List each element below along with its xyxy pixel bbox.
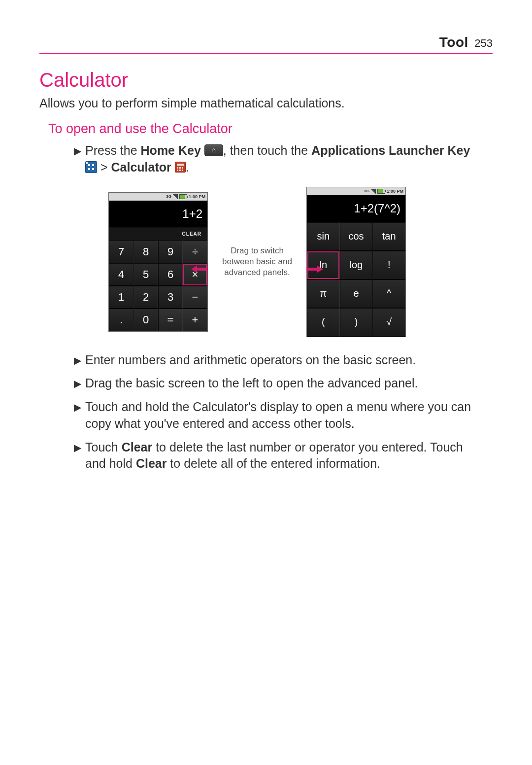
instruction-item: ▶ Drag the basic screen to the left to o…: [74, 375, 478, 392]
key-5: 5: [133, 263, 158, 286]
key-8: 8: [133, 241, 158, 263]
key-fact: !: [372, 251, 405, 279]
calc-display-adv: 1+2(7^2): [307, 195, 405, 222]
key-3: 3: [158, 286, 183, 309]
drag-note-l1: Drag to switch: [208, 245, 306, 256]
network-3g-icon: 3G: [166, 194, 171, 199]
key-log: log: [340, 251, 373, 279]
txt-frag: .: [186, 160, 189, 174]
keypad-advanced: sin cos tan ln log ! π e ^ ( ) √: [307, 222, 405, 337]
key-lparen: (: [307, 308, 340, 337]
key-pi: π: [307, 279, 340, 308]
txt-frag: to delete all of the entered information…: [166, 456, 380, 470]
status-bar: 3G 1:00 PM: [109, 193, 207, 201]
key-1: 1: [109, 286, 133, 309]
instruction-item: ▶ Enter numbers and arithmetic operators…: [74, 352, 478, 369]
bullet-arrow-icon: ▶: [74, 377, 81, 394]
key-dot: .: [109, 309, 133, 331]
key-cos: cos: [340, 222, 373, 251]
instruction-clear-text: Touch Clear to delete the last number or…: [85, 439, 478, 473]
instruction-text: Touch and hold the Calculator's display …: [85, 399, 478, 432]
battery-icon: [377, 189, 385, 194]
subheading: To open and use the Calculator: [48, 121, 493, 137]
network-3g-icon: 3G: [364, 189, 369, 194]
clear-button: CLEAR: [182, 231, 201, 237]
keypad-basic: 7 8 9 ÷ 4 5 6 × 1 2 3 − . 0 = +: [109, 241, 207, 331]
drag-note-l3: advanced panels.: [208, 267, 306, 278]
key-e: e: [340, 279, 373, 308]
status-bar: 3G 1:00 PM: [307, 187, 405, 195]
calculator-icon: [175, 162, 186, 173]
apps-grid-icon: [85, 161, 97, 173]
key-plus: +: [183, 309, 207, 331]
screenshot-advanced: 3G 1:00 PM 1+2(7^2) sin cos tan ln log !…: [306, 187, 406, 337]
key-4: 4: [109, 263, 133, 286]
key-9: 9: [158, 241, 183, 263]
instruction-text: Drag the basic screen to the left to ope…: [85, 375, 478, 392]
clear-label: Clear: [136, 456, 167, 470]
key-ln: ln: [307, 251, 340, 279]
calculator-label: Calculator: [111, 160, 171, 174]
battery-icon: [179, 194, 187, 199]
key-7: 7: [109, 241, 133, 263]
key-0: 0: [133, 309, 158, 331]
bullet-arrow-icon: ▶: [74, 354, 81, 371]
clear-label: Clear: [122, 440, 153, 454]
page-number: 253: [474, 37, 493, 49]
clear-row: CLEAR: [109, 228, 207, 241]
screenshot-row: 3G 1:00 PM 1+2 CLEAR 7 8 9 ÷ 4 5 6: [108, 187, 478, 337]
signal-icon: [173, 194, 178, 199]
header-section: Tool: [439, 35, 468, 50]
instruction-item: ▶ Touch and hold the Calculator's displa…: [74, 399, 478, 432]
key-2: 2: [133, 286, 158, 309]
drag-note: Drag to switch between basic and advance…: [208, 245, 306, 278]
key-divide: ÷: [183, 241, 207, 263]
txt-frag: Press the: [85, 143, 141, 157]
page-header: Tool 253: [39, 35, 493, 54]
txt-frag: Touch: [85, 440, 122, 454]
status-time: 1:00 PM: [189, 194, 205, 199]
home-key-label: Home Key: [141, 143, 201, 157]
drag-note-l2: between basic and: [208, 256, 306, 267]
bullet-arrow-icon: ▶: [74, 401, 81, 434]
txt-frag: >: [97, 160, 111, 174]
lead-text: Allows you to perform simple mathematica…: [39, 96, 493, 110]
apps-key-label: Applications Launcher Key: [311, 143, 470, 157]
key-equals: =: [158, 309, 183, 331]
bullet-arrow-icon: ▶: [74, 441, 81, 475]
key-pow: ^: [372, 279, 405, 308]
calc-display: 1+2: [109, 201, 207, 228]
instruction-open: ▶ Press the Home Key , then touch the Ap…: [74, 142, 478, 176]
bullet-arrow-icon: ▶: [74, 144, 81, 178]
instruction-open-text: Press the Home Key , then touch the Appl…: [85, 142, 478, 176]
status-time: 1:00 PM: [387, 189, 403, 194]
instruction-list: ▶ Press the Home Key , then touch the Ap…: [74, 142, 478, 472]
instruction-text: Enter numbers and arithmetic operators o…: [85, 352, 478, 369]
key-sin: sin: [307, 222, 340, 251]
screenshot-basic: 3G 1:00 PM 1+2 CLEAR 7 8 9 ÷ 4 5 6: [108, 192, 208, 332]
signal-icon: [371, 189, 376, 194]
key-sqrt: √: [372, 308, 405, 337]
key-minus: −: [183, 286, 207, 309]
instruction-clear: ▶ Touch Clear to delete the last number …: [74, 439, 478, 473]
page-title: Calculator: [39, 69, 493, 91]
home-key-icon: [204, 144, 223, 156]
txt-frag: , then touch the: [223, 143, 311, 157]
manual-page: Tool 253 Calculator Allows you to perfor…: [0, 0, 532, 519]
key-6: 6: [158, 263, 183, 286]
key-tan: tan: [372, 222, 405, 251]
key-rparen: ): [340, 308, 373, 337]
